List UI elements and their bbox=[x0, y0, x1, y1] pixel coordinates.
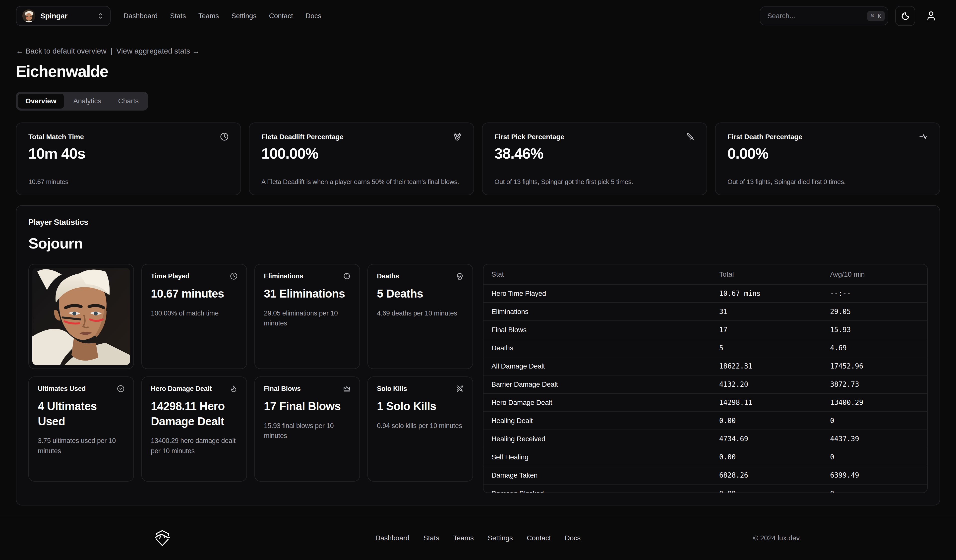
player-statistics-panel: Player Statistics Sojourn bbox=[16, 205, 940, 505]
table-row: Damage Blocked 0.00 0 bbox=[483, 484, 927, 493]
footer-link-teams[interactable]: Teams bbox=[453, 534, 473, 542]
card-title: Eliminations bbox=[264, 272, 303, 280]
table-row: Deaths 5 4.69 bbox=[483, 339, 927, 357]
stat-label: Deaths bbox=[483, 339, 714, 357]
stat-label: All Damage Dealt bbox=[483, 357, 714, 375]
card-value: 5 Deaths bbox=[377, 286, 464, 301]
stat-avg: 4.69 bbox=[825, 339, 927, 357]
first-death-card: First Death Percentage 0.00% Out of 13 f… bbox=[715, 123, 940, 195]
footer-link-docs[interactable]: Docs bbox=[565, 534, 581, 542]
stat-total: 6828.26 bbox=[714, 466, 825, 484]
table-row: All Damage Dealt 18622.31 17452.96 bbox=[483, 357, 927, 375]
copyright-text: © 2024 lux.dev. bbox=[753, 534, 801, 542]
fleta-deadlift-card: Fleta Deadlift Percentage 100.00% A Flet… bbox=[249, 123, 474, 195]
footer-link-dashboard[interactable]: Dashboard bbox=[376, 534, 410, 542]
footer-link-contact[interactable]: Contact bbox=[527, 534, 551, 542]
stat-label: Barrier Damage Dealt bbox=[483, 375, 714, 393]
chevrons-up-down-icon bbox=[97, 13, 104, 19]
first-pick-card: First Pick Percentage 38.46% Out of 13 f… bbox=[482, 123, 707, 195]
table-row: Final Blows 17 15.93 bbox=[483, 321, 927, 339]
stat-avg: 29.05 bbox=[825, 302, 927, 321]
search-box: ⌘ K bbox=[760, 6, 888, 25]
skull-icon bbox=[456, 272, 464, 280]
card-value: 100.00% bbox=[261, 145, 462, 162]
stat-total: 14298.11 bbox=[714, 393, 825, 412]
stat-avg: 4437.39 bbox=[825, 430, 927, 448]
stat-total: 31 bbox=[714, 302, 825, 321]
deaths-card: Deaths 5 Deaths 4.69 deaths per 10 minut… bbox=[368, 264, 473, 369]
card-subtext: 13400.29 hero damage dealt per 10 minute… bbox=[151, 436, 237, 456]
stat-total: 0.00 bbox=[714, 484, 825, 493]
footer-link-settings[interactable]: Settings bbox=[488, 534, 513, 542]
stat-avg: 13400.29 bbox=[825, 393, 927, 412]
hero-portrait-card bbox=[28, 264, 134, 369]
card-subtext: 3.75 ultimates used per 10 minutes bbox=[38, 436, 124, 456]
table-row: Healing Dealt 0.00 0 bbox=[483, 412, 927, 430]
stats-table-container: Stat Total Avg/10 min Hero Time Played 1… bbox=[483, 264, 928, 493]
card-value: 10.67 minutes bbox=[151, 286, 237, 301]
stat-avg: --:-- bbox=[825, 284, 927, 302]
footer-link-stats[interactable]: Stats bbox=[423, 534, 439, 542]
stat-label: Hero Damage Dealt bbox=[483, 393, 714, 412]
card-subtext: 100.00% of match time bbox=[151, 308, 237, 318]
stat-avg: 0 bbox=[825, 484, 927, 493]
table-row: Self Healing 0.00 0 bbox=[483, 448, 927, 466]
stat-label: Eliminations bbox=[483, 302, 714, 321]
sword-icon bbox=[686, 132, 695, 141]
card-title: First Pick Percentage bbox=[494, 133, 564, 141]
solo-kills-card: Solo Kills 1 Solo Kills 0.94 solo kills … bbox=[368, 376, 473, 481]
card-value: 38.46% bbox=[494, 145, 695, 162]
total-match-time-card: Total Match Time 10m 40s 10.67 minutes bbox=[16, 123, 241, 195]
view-tabs: Overview Analytics Charts bbox=[16, 92, 148, 110]
player-avatar bbox=[22, 9, 35, 22]
main-content: ← Back to default overview | View aggreg… bbox=[0, 32, 956, 505]
circle-check-icon bbox=[117, 385, 124, 392]
tab-charts[interactable]: Charts bbox=[111, 94, 146, 109]
table-row: Healing Received 4734.69 4437.39 bbox=[483, 430, 927, 448]
back-to-overview-link[interactable]: ← Back to default overview bbox=[16, 47, 107, 55]
card-title: Hero Damage Dealt bbox=[151, 385, 212, 393]
user-menu-button[interactable] bbox=[922, 7, 940, 25]
card-subtext: 29.05 eliminations per 10 minutes bbox=[264, 308, 351, 329]
stat-total: 5 bbox=[714, 339, 825, 357]
table-row: Barrier Damage Dealt 4132.20 3872.73 bbox=[483, 375, 927, 393]
view-aggregated-stats-link[interactable]: View aggregated stats → bbox=[116, 47, 200, 55]
card-subtext: 15.93 final blows per 10 minutes bbox=[264, 421, 351, 441]
search-shortcut-kbd: ⌘ K bbox=[867, 11, 885, 21]
table-row: Eliminations 31 29.05 bbox=[483, 302, 927, 321]
stat-label: Healing Dealt bbox=[483, 412, 714, 430]
nav-link-settings[interactable]: Settings bbox=[231, 12, 256, 20]
theme-toggle-button[interactable] bbox=[895, 6, 915, 26]
tab-overview[interactable]: Overview bbox=[18, 94, 64, 109]
nav-link-dashboard[interactable]: Dashboard bbox=[124, 12, 157, 20]
flame-icon bbox=[230, 385, 237, 392]
hero-name: Sojourn bbox=[28, 235, 928, 252]
stat-total: 17 bbox=[714, 321, 825, 339]
crown-icon bbox=[343, 385, 351, 392]
crosshair-icon bbox=[343, 272, 351, 280]
card-value: 31 Eliminations bbox=[264, 286, 351, 301]
footer-nav: Dashboard Stats Teams Settings Contact D… bbox=[376, 534, 581, 542]
stat-avg: 0 bbox=[825, 412, 927, 430]
card-title: Final Blows bbox=[264, 385, 301, 393]
card-title: Deaths bbox=[377, 272, 399, 280]
hero-portrait-image bbox=[32, 268, 130, 365]
search-input[interactable] bbox=[767, 12, 863, 20]
column-header-total: Total bbox=[714, 264, 825, 284]
table-row: Hero Damage Dealt 14298.11 13400.29 bbox=[483, 393, 927, 412]
stat-total: 18622.31 bbox=[714, 357, 825, 375]
card-subtext: A Fleta Deadlift is when a player earns … bbox=[261, 178, 462, 186]
stat-label: Healing Received bbox=[483, 430, 714, 448]
player-selector[interactable]: Spingar bbox=[16, 6, 110, 26]
card-value: 14298.11 Hero Damage Dealt bbox=[151, 399, 237, 429]
stat-label: Damage Blocked bbox=[483, 484, 714, 493]
tab-analytics[interactable]: Analytics bbox=[66, 94, 109, 109]
table-header-row: Stat Total Avg/10 min bbox=[483, 264, 927, 284]
clock-icon bbox=[230, 272, 237, 280]
nav-link-docs[interactable]: Docs bbox=[305, 12, 321, 20]
nav-link-teams[interactable]: Teams bbox=[198, 12, 219, 20]
nav-link-stats[interactable]: Stats bbox=[170, 12, 186, 20]
eliminations-card: Eliminations 31 Eliminations 29.05 elimi… bbox=[255, 264, 360, 369]
nav-link-contact[interactable]: Contact bbox=[269, 12, 293, 20]
breadcrumb: ← Back to default overview | View aggreg… bbox=[16, 47, 940, 55]
